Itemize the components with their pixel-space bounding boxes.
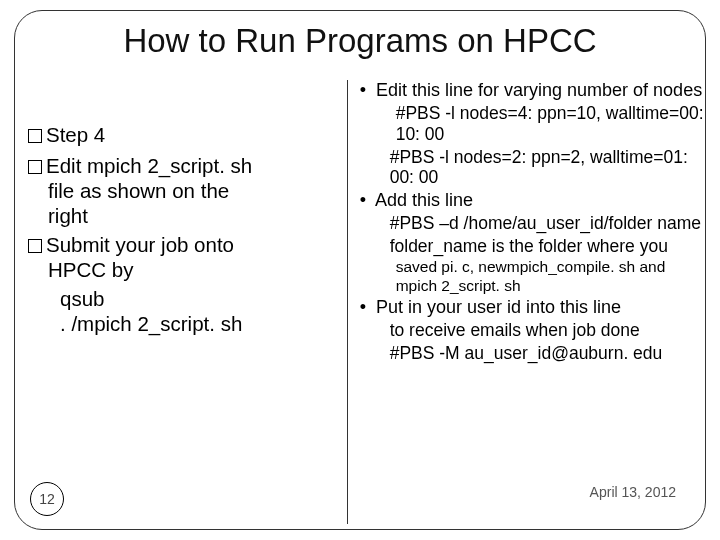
slide-title: How to Run Programs on HPCC — [0, 22, 720, 60]
right-b3-sub1: to receive emails when job done — [356, 320, 706, 341]
right-bullet-2-text: Add this line — [375, 190, 473, 210]
slide-date: April 13, 2012 — [590, 484, 676, 500]
box-bullet-icon — [28, 160, 42, 174]
step-heading: Step 4 — [28, 122, 341, 147]
left-cmd-qsub: qsub — [28, 286, 341, 311]
left-item-2-line2: HPCC by — [48, 258, 133, 281]
left-item-1-line2: file as shown on the — [48, 179, 229, 202]
left-item-1: Edit mpich 2_script. sh file as shown on… — [28, 153, 341, 228]
left-item-1-line1: Edit mpich 2_script. sh — [46, 154, 252, 177]
box-bullet-icon — [28, 129, 42, 143]
right-b3-sub2: #PBS -M au_user_id@auburn. edu — [356, 343, 706, 364]
right-bullet-3-text: Put in your user id into this line — [376, 297, 621, 317]
bullet-dot-icon: • — [360, 297, 376, 317]
left-column: Step 4 Edit mpich 2_script. sh file as s… — [28, 80, 347, 524]
step-label: Step 4 — [46, 123, 105, 146]
left-item-2-line1: Submit your job onto — [46, 233, 234, 256]
slide-body: Step 4 Edit mpich 2_script. sh file as s… — [28, 80, 706, 524]
right-bullet-1-text: Edit this line for varying number of nod… — [376, 80, 702, 100]
right-b1-sub1: #PBS -l nodes=4: ppn=10, walltime=00: 10… — [356, 103, 706, 144]
left-cmd-script: . /mpich 2_script. sh — [28, 311, 341, 336]
slide-number: 12 — [30, 482, 64, 516]
bullet-dot-icon: • — [360, 190, 375, 210]
left-item-2: Submit your job onto HPCC by — [28, 232, 341, 282]
slide: How to Run Programs on HPCC Step 4 Edit … — [0, 0, 720, 540]
right-b2-sub2a: folder_name is the folder where you — [356, 236, 706, 257]
bullet-dot-icon: • — [360, 80, 376, 100]
right-column: • Edit this line for varying number of n… — [347, 80, 706, 524]
right-bullet-1: • Edit this line for varying number of n… — [356, 80, 706, 101]
right-b1-sub2: #PBS -l nodes=2: ppn=2, walltime=01: 00:… — [356, 147, 706, 188]
box-bullet-icon — [28, 239, 42, 253]
left-item-1-line3: right — [48, 204, 88, 227]
right-bullet-2: • Add this line — [356, 190, 706, 211]
right-b2-sub2b: saved pi. c, newmpich_compile. sh and mp… — [356, 258, 706, 295]
right-bullet-3: • Put in your user id into this line — [356, 297, 706, 318]
right-b2-sub1: #PBS –d /home/au_user_id/folder name — [356, 213, 706, 234]
